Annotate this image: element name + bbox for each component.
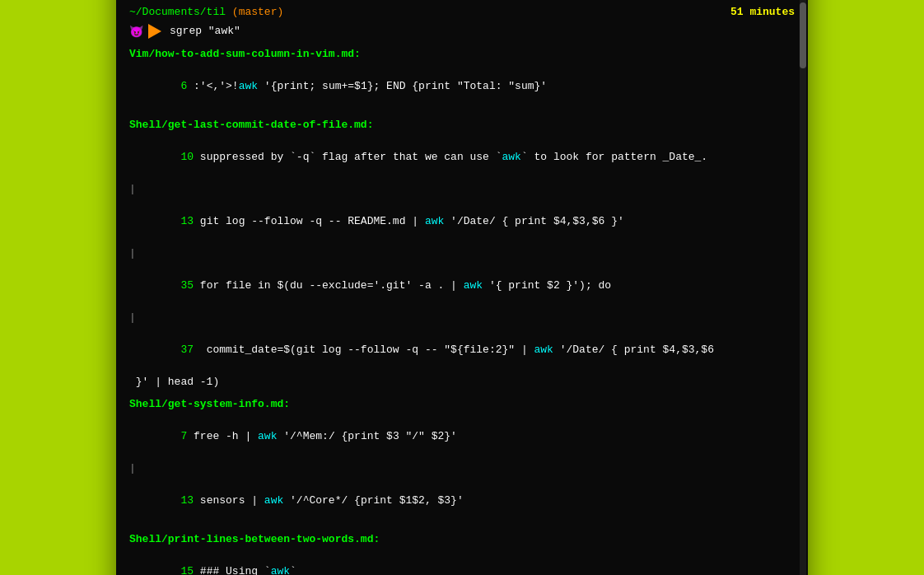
terminal-body[interactable]: ~/Documents/til (master) 51 minutes 😈 sg…	[116, 0, 808, 575]
section-vim-filename: Vim/how-to-add-sum-column-in-vim.md:	[129, 46, 795, 63]
commit-pipe-3: |	[129, 310, 795, 326]
scrollbar-thumb[interactable]	[800, 2, 806, 68]
commit-line-10: 10 suppressed by `-q` flag after that we…	[129, 133, 795, 181]
vim-line-6: 6 :'<,'>!awk '{print; sum+=$1}; END {pri…	[129, 62, 795, 110]
prompt-emoji-icon: 😈	[129, 25, 143, 38]
branch-text: (master)	[232, 6, 283, 18]
section-printlines: Shell/print-lines-between-two-words.md: …	[129, 531, 795, 575]
printlines-line-15: 15 ### Using `awk`	[129, 548, 795, 575]
sysinfo-pipe-1: |	[129, 460, 795, 477]
commit-pipe-2: |	[129, 245, 795, 262]
terminal-window: ✕ 😊 @bhupeshimself ~/Documents/til (mast…	[116, 0, 808, 575]
section-commit: Shell/get-last-commit-date-of-file.md: 1…	[129, 117, 795, 390]
commit-line-37: 37 commit_date=$(git log --follow -q -- …	[129, 325, 795, 374]
time-text: 51 minutes	[730, 4, 795, 21]
sysinfo-line-7: 7 free -h | awk '/^Mem:/ {print $3 "/" $…	[129, 413, 795, 461]
terminal-header-line: ~/Documents/til (master) 51 minutes	[129, 4, 795, 21]
section-commit-filename: Shell/get-last-commit-date-of-file.md:	[129, 117, 795, 133]
section-printlines-filename: Shell/print-lines-between-two-words.md:	[129, 531, 795, 548]
prompt-arrow-icon	[148, 24, 161, 39]
path-text: ~/Documents/til	[129, 6, 232, 18]
commit-line-13: 13 git log --follow -q -- README.md | aw…	[129, 197, 795, 245]
path-branch: ~/Documents/til (master)	[129, 4, 283, 21]
command-text: sgrep "awk"	[170, 23, 240, 40]
prompt-line: 😈 sgrep "awk"	[129, 23, 795, 40]
section-sysinfo-filename: Shell/get-system-info.md:	[129, 396, 795, 413]
commit-line-37b: }' | head -1)	[129, 374, 795, 390]
commit-line-35: 35 for file in $(du --exclude='.git' -a …	[129, 261, 795, 310]
section-vim: Vim/how-to-add-sum-column-in-vim.md: 6 :…	[129, 46, 795, 110]
sysinfo-line-13: 13 sensors | awk '/^Core*/ {print $1$2, …	[129, 477, 795, 526]
section-sysinfo: Shell/get-system-info.md: 7 free -h | aw…	[129, 396, 795, 525]
scrollbar[interactable]	[800, 0, 806, 575]
commit-pipe-1: |	[129, 181, 795, 198]
